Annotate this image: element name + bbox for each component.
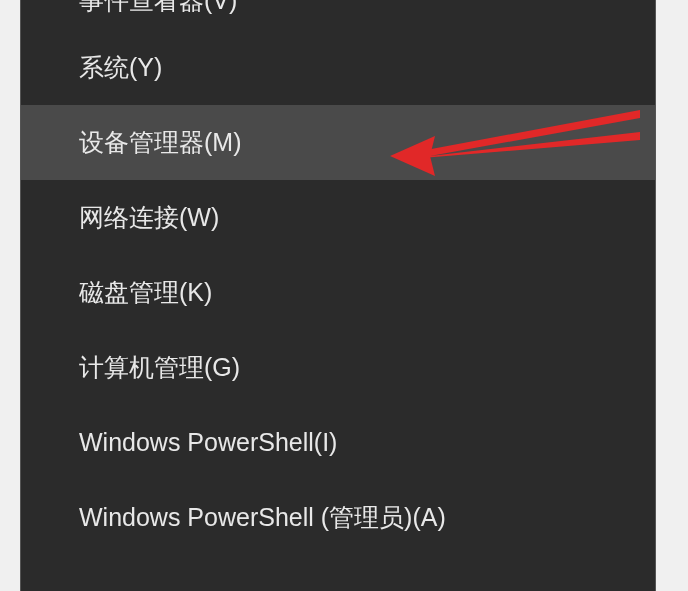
- menu-item-network-connections[interactable]: 网络连接(W): [21, 180, 655, 255]
- menu-item-label: 设备管理器(M): [79, 126, 241, 159]
- menu-item-disk-management[interactable]: 磁盘管理(K): [21, 255, 655, 330]
- menu-item-device-manager[interactable]: 设备管理器(M): [21, 105, 655, 180]
- context-menu: 事件查看器(V) 系统(Y) 设备管理器(M) 网络连接(W) 磁盘管理(K) …: [20, 0, 656, 591]
- menu-item-label: Windows PowerShell(I): [79, 428, 337, 457]
- menu-item-computer-management[interactable]: 计算机管理(G): [21, 330, 655, 405]
- menu-item-label: 网络连接(W): [79, 201, 219, 234]
- menu-item-label: 计算机管理(G): [79, 351, 240, 384]
- menu-item-event-viewer[interactable]: 事件查看器(V): [21, 0, 655, 30]
- menu-item-label: 事件查看器(V): [79, 0, 237, 17]
- menu-item-system[interactable]: 系统(Y): [21, 30, 655, 105]
- menu-item-label: 磁盘管理(K): [79, 276, 212, 309]
- menu-item-powershell-admin[interactable]: Windows PowerShell (管理员)(A): [21, 480, 655, 555]
- menu-item-label: 系统(Y): [79, 51, 162, 84]
- menu-item-powershell[interactable]: Windows PowerShell(I): [21, 405, 655, 480]
- menu-item-label: Windows PowerShell (管理员)(A): [79, 501, 446, 534]
